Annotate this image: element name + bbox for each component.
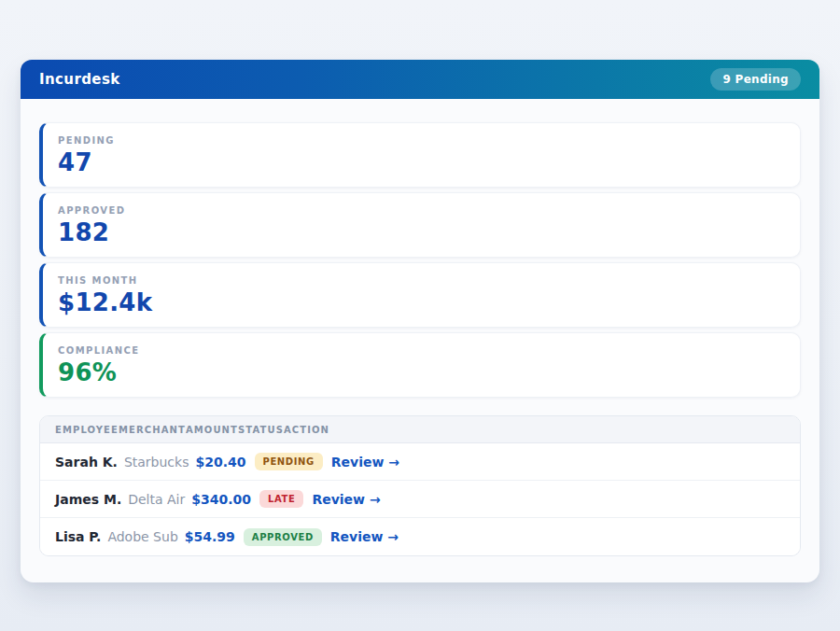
review-link[interactable]: Review → <box>312 492 380 507</box>
employee-name: Lisa P. <box>55 529 101 544</box>
column-header-employee: EMPLOYEE <box>55 425 119 435</box>
merchant-name: Starbucks <box>124 455 189 470</box>
column-header-status: STATUS <box>238 425 284 435</box>
employee-name: Sarah K. <box>55 455 118 470</box>
app-title: Incurdesk <box>39 71 120 88</box>
stat-label: THIS MONTH <box>58 275 785 286</box>
incurdesk-app-card: Incurdesk 9 Pending PENDING 47 APPROVED … <box>21 60 819 582</box>
employee-name: James M. <box>55 492 121 507</box>
stat-card-pending: PENDING 47 <box>39 122 801 188</box>
pending-count-badge: 9 Pending <box>710 68 801 91</box>
stat-label: APPROVED <box>58 205 785 216</box>
stat-value: 47 <box>58 148 785 176</box>
review-link[interactable]: Review → <box>331 455 399 470</box>
table-row: James M. Delta Air $340.00 LATE Review → <box>40 481 800 518</box>
amount-value: $54.99 <box>185 529 235 544</box>
status-badge-pending: PENDING <box>255 453 323 470</box>
table-row: Lisa P. Adobe Sub $54.99 APPROVED Review… <box>40 518 800 555</box>
stat-label: COMPLIANCE <box>58 345 785 356</box>
status-badge-late: LATE <box>259 490 303 508</box>
merchant-name: Delta Air <box>128 492 185 507</box>
stat-card-approved: APPROVED 182 <box>39 192 801 258</box>
stat-value: $12.4k <box>58 288 785 316</box>
column-header-merchant: MERCHANT <box>119 425 186 435</box>
stat-value: 182 <box>58 218 785 246</box>
table-header-row: EMPLOYEE MERCHANT AMOUNT STATUS ACTION <box>40 416 800 443</box>
app-body: PENDING 47 APPROVED 182 THIS MONTH $12.4… <box>21 99 819 582</box>
review-link[interactable]: Review → <box>330 529 399 544</box>
stat-card-compliance: COMPLIANCE 96% <box>39 332 801 398</box>
table-row: Sarah K. Starbucks $20.40 PENDING Review… <box>40 443 800 481</box>
stat-label: PENDING <box>58 135 785 146</box>
stat-value: 96% <box>58 358 785 386</box>
merchant-name: Adobe Sub <box>107 529 177 544</box>
expense-table: EMPLOYEE MERCHANT AMOUNT STATUS ACTION S… <box>39 415 801 556</box>
app-header: Incurdesk 9 Pending <box>21 60 819 99</box>
stat-card-this-month: THIS MONTH $12.4k <box>39 262 801 328</box>
amount-value: $340.00 <box>191 492 251 507</box>
amount-value: $20.40 <box>195 455 245 470</box>
column-header-amount: AMOUNT <box>186 425 238 435</box>
status-badge-approved: APPROVED <box>244 528 322 546</box>
column-header-action: ACTION <box>284 425 329 435</box>
